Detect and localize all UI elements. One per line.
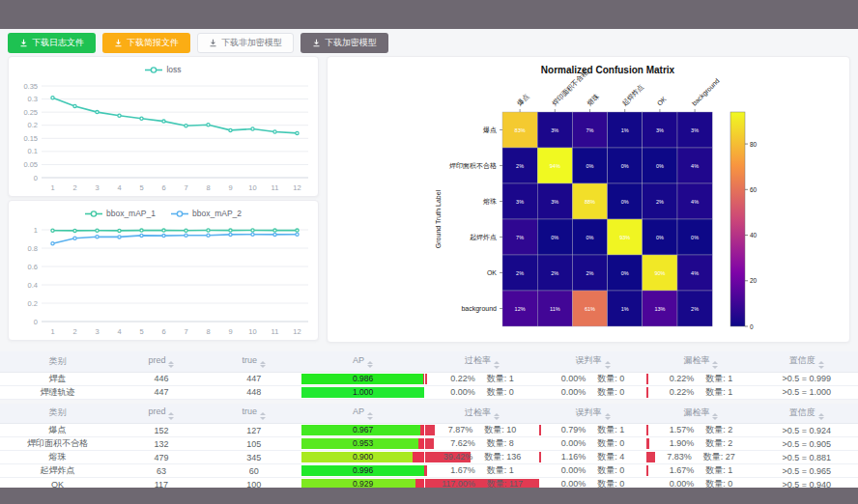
category-cell: 焊印面积不合格 bbox=[0, 437, 115, 451]
sort-icon[interactable] bbox=[260, 412, 266, 420]
svg-text:1: 1 bbox=[50, 183, 54, 192]
svg-text:12%: 12% bbox=[515, 306, 526, 312]
svg-text:20: 20 bbox=[750, 277, 758, 284]
column-header-6[interactable]: 漏检率 bbox=[646, 404, 755, 424]
column-header-3[interactable]: AP bbox=[300, 351, 426, 372]
svg-text:10: 10 bbox=[248, 183, 256, 192]
table-row: 焊缝轨迹4474481.0000.00%数量: 00.00%数量: 00.22%… bbox=[0, 385, 858, 399]
overdetect-cell: 39.42%数量: 136 bbox=[425, 451, 538, 464]
svg-text:0.05: 0.05 bbox=[23, 160, 38, 169]
category-cell: 焊盘 bbox=[0, 372, 115, 385]
svg-text:61%: 61% bbox=[585, 306, 595, 312]
svg-text:Ground Truth Label: Ground Truth Label bbox=[435, 189, 442, 248]
loss-chart-legend[interactable]: loss bbox=[9, 57, 318, 78]
download-icon bbox=[312, 39, 321, 47]
column-header-5[interactable]: 误判率 bbox=[539, 404, 647, 424]
legend-marker-icon bbox=[85, 210, 102, 218]
svg-text:8: 8 bbox=[206, 183, 210, 192]
sort-icon[interactable] bbox=[367, 412, 373, 420]
misjudge-cell: 0.00%数量: 0 bbox=[539, 437, 647, 451]
category-cell: 起焊炸点 bbox=[0, 464, 115, 478]
column-header-3[interactable]: AP bbox=[300, 404, 426, 424]
svg-text:2%: 2% bbox=[586, 270, 594, 276]
svg-text:7: 7 bbox=[184, 183, 187, 192]
svg-text:0.8: 0.8 bbox=[28, 244, 38, 253]
legend-item-loss[interactable]: loss bbox=[145, 65, 181, 74]
svg-text:0%: 0% bbox=[691, 235, 699, 240]
svg-text:12: 12 bbox=[293, 327, 300, 336]
download-log-button[interactable]: 下载日志文件 bbox=[8, 33, 96, 53]
download-report-button[interactable]: 下载简报文件 bbox=[102, 33, 190, 53]
sort-icon[interactable] bbox=[260, 361, 266, 369]
svg-text:OK: OK bbox=[487, 269, 497, 276]
sort-icon[interactable] bbox=[168, 412, 174, 420]
column-header-1[interactable]: pred bbox=[115, 351, 208, 372]
download-log-label: 下载日志文件 bbox=[32, 37, 84, 49]
svg-text:0%: 0% bbox=[656, 163, 664, 169]
svg-text:88%: 88% bbox=[585, 199, 595, 205]
column-header-7[interactable]: 置信度 bbox=[755, 404, 858, 424]
svg-text:13%: 13% bbox=[654, 306, 665, 312]
svg-text:8: 8 bbox=[206, 327, 210, 336]
svg-text:background: background bbox=[461, 305, 497, 313]
table-row: 起焊炸点63600.9961.67%数量: 10.00%数量: 01.67%数量… bbox=[0, 464, 858, 478]
column-header-1[interactable]: pred bbox=[115, 404, 208, 424]
column-header-5[interactable]: 误判率 bbox=[539, 351, 647, 372]
svg-text:2: 2 bbox=[72, 327, 76, 336]
svg-text:爆点: 爆点 bbox=[516, 93, 531, 108]
overdetect-cell: 7.62%数量: 8 bbox=[425, 437, 538, 451]
sort-icon[interactable] bbox=[605, 413, 611, 421]
bbox-map-chart-card: bbox_mAP_1bbox_mAP_2 00.20.40.60.8112345… bbox=[8, 200, 319, 341]
confidence-cell: >0.5 = 1.000 bbox=[755, 385, 858, 399]
download-encrypted-model-button[interactable]: 下载加密模型 bbox=[300, 33, 388, 53]
svg-text:7: 7 bbox=[184, 327, 187, 336]
svg-text:6: 6 bbox=[161, 327, 165, 336]
column-header-2[interactable]: true bbox=[208, 404, 300, 424]
svg-text:0%: 0% bbox=[551, 235, 558, 240]
column-header-2[interactable]: true bbox=[208, 351, 300, 372]
svg-text:60: 60 bbox=[750, 186, 758, 193]
svg-text:4%: 4% bbox=[691, 199, 699, 205]
legend-label: bbox_mAP_1 bbox=[106, 209, 156, 218]
sort-icon[interactable] bbox=[605, 361, 611, 369]
svg-text:3: 3 bbox=[95, 183, 99, 192]
download-unencrypted-model-button[interactable]: 下载非加密模型 bbox=[197, 33, 294, 53]
sort-icon[interactable] bbox=[818, 361, 824, 369]
sort-icon[interactable] bbox=[712, 413, 718, 421]
bbox-map-chart-legend[interactable]: bbox_mAP_1bbox_mAP_2 bbox=[9, 201, 318, 222]
svg-text:0.6: 0.6 bbox=[28, 263, 38, 271]
sort-icon[interactable] bbox=[818, 413, 824, 421]
sort-icon[interactable] bbox=[494, 413, 500, 421]
column-header-4[interactable]: 过检率 bbox=[425, 404, 538, 424]
svg-text:0%: 0% bbox=[621, 270, 629, 276]
metrics-table: 类别predtrueAP过检率误判率漏检率置信度焊盘4464470.9860.2… bbox=[0, 351, 858, 400]
legend-label: bbox_mAP_2 bbox=[192, 209, 242, 218]
sort-icon[interactable] bbox=[168, 361, 174, 369]
legend-item-bbox_mAP_2[interactable]: bbox_mAP_2 bbox=[171, 209, 242, 218]
dashboard-screen: 下载日志文件 下载简报文件 下载非加密模型 下载加密模型 loss 00.050… bbox=[0, 0, 858, 504]
sort-icon[interactable] bbox=[367, 361, 373, 369]
ap-cell: 0.900 bbox=[300, 451, 426, 464]
svg-text:7%: 7% bbox=[586, 127, 594, 133]
table-row: 熔珠4793450.90039.42%数量: 1361.16%数量: 47.83… bbox=[0, 451, 858, 464]
svg-text:5: 5 bbox=[139, 327, 143, 336]
column-header-7[interactable]: 置信度 bbox=[755, 351, 858, 372]
line-chart-svg: 00.20.40.60.81123456789101112 bbox=[9, 222, 318, 338]
pred-cell: 132 bbox=[115, 437, 208, 451]
svg-text:0%: 0% bbox=[586, 235, 594, 240]
column-header-6[interactable]: 漏检率 bbox=[646, 351, 755, 372]
confidence-cell: >0.5 = 0.924 bbox=[755, 424, 858, 437]
category-cell: 爆点 bbox=[0, 424, 115, 437]
svg-text:background: background bbox=[691, 77, 722, 108]
column-header-4[interactable]: 过检率 bbox=[425, 351, 538, 372]
svg-text:9: 9 bbox=[228, 183, 232, 192]
missdetect-cell: 0.22%数量: 1 bbox=[646, 385, 755, 399]
sort-icon[interactable] bbox=[494, 361, 500, 369]
legend-item-bbox_mAP_1[interactable]: bbox_mAP_1 bbox=[85, 209, 156, 218]
sort-icon[interactable] bbox=[712, 361, 718, 369]
confidence-cell: >0.5 = 0.881 bbox=[755, 451, 858, 464]
column-header-0: 类别 bbox=[0, 351, 115, 372]
svg-text:40: 40 bbox=[750, 232, 758, 238]
svg-text:熔珠: 熔珠 bbox=[586, 93, 600, 107]
confusion-matrix-card: Normalized Confusion Matrix83%3%7%1%3%3%… bbox=[327, 56, 850, 343]
